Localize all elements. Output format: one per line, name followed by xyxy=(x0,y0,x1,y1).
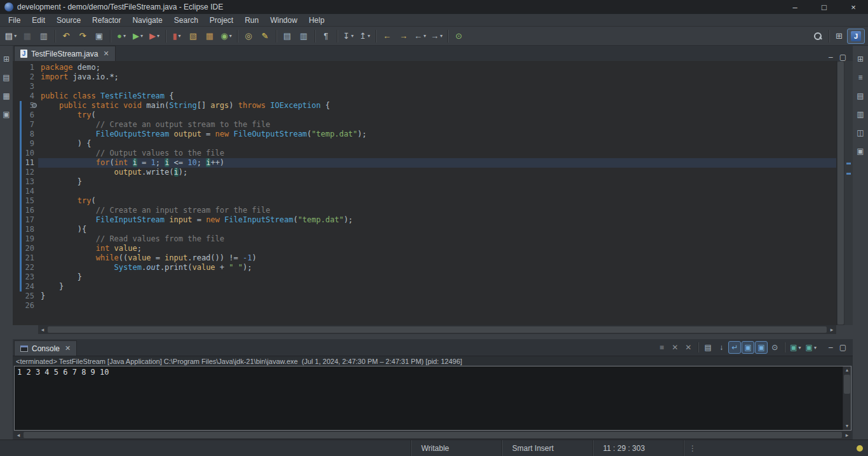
line-number[interactable]: 20 xyxy=(22,244,34,253)
snippets-shortcut[interactable]: ▥ xyxy=(855,109,866,119)
code-area[interactable]: package demo;import java.io.*;public cla… xyxy=(38,61,836,325)
tab-close-icon[interactable]: ✕ xyxy=(103,50,109,58)
pin-console-button[interactable]: ⊙ xyxy=(768,341,781,354)
search-dialog-button[interactable]: ◎ xyxy=(241,29,256,44)
scroll-left-icon[interactable]: ◂ xyxy=(38,326,47,333)
console-vertical-scrollbar[interactable]: ▴ ▾ xyxy=(843,366,851,430)
code-line[interactable]: // Create an output stream to the file xyxy=(41,120,836,130)
code-line[interactable]: ) { xyxy=(41,139,836,149)
line-number[interactable]: 15 xyxy=(22,196,34,206)
line-number[interactable]: 13 xyxy=(22,177,34,187)
undo-button[interactable]: ↶ xyxy=(58,29,74,44)
last-edit-location-button[interactable]: ← xyxy=(379,29,395,44)
scrollbar-thumb[interactable] xyxy=(48,326,827,333)
overview-ruler[interactable] xyxy=(844,61,853,325)
open-perspective-button[interactable]: ⊞ xyxy=(832,29,846,44)
show-on-stdout-button[interactable]: ▣ xyxy=(742,341,754,354)
new-class-button[interactable]: ◉▾ xyxy=(219,29,234,44)
code-line[interactable]: } xyxy=(41,292,836,301)
line-number[interactable]: 10 xyxy=(22,149,34,158)
code-line[interactable]: package demo; xyxy=(41,63,836,72)
line-number[interactable]: 25 xyxy=(22,292,34,301)
code-editor[interactable]: 1234567891011121314151617181920212223242… xyxy=(13,61,853,325)
display-selected-console-button[interactable]: ▣▾ xyxy=(788,341,803,354)
scrollbar-thumb[interactable] xyxy=(837,62,844,325)
menu-item-navigate[interactable]: Navigate xyxy=(126,15,168,26)
code-line[interactable]: public class TestFileStream { xyxy=(41,91,836,101)
menu-item-run[interactable]: Run xyxy=(239,15,264,26)
package-explorer-shortcut[interactable]: ▤ xyxy=(1,72,12,83)
code-line[interactable]: public static void main(String[] args) t… xyxy=(41,101,836,111)
scrollbar-thumb[interactable] xyxy=(844,375,850,394)
redo-button[interactable]: ↷ xyxy=(75,29,90,44)
code-line[interactable]: try( xyxy=(41,196,836,206)
code-line[interactable]: } xyxy=(41,282,836,292)
restore-right-panel-button[interactable]: ⊞ xyxy=(855,53,866,64)
open-console-button[interactable]: ▣ xyxy=(92,29,107,44)
code-line[interactable]: while((value = input.read()) != -1) xyxy=(41,253,836,263)
show-on-stderr-button[interactable]: ▣ xyxy=(755,341,768,354)
code-line[interactable] xyxy=(41,187,836,196)
coverage-button[interactable]: ▮▾ xyxy=(169,29,184,44)
code-line[interactable]: } xyxy=(41,272,836,282)
new-java-project-button[interactable]: ▧ xyxy=(186,29,201,44)
minimize-button[interactable]: – xyxy=(780,0,810,14)
code-line[interactable]: ){ xyxy=(41,225,836,234)
remove-launch-button[interactable]: ✕ xyxy=(668,341,681,354)
problems-shortcut[interactable]: ▣ xyxy=(855,145,866,156)
line-number[interactable]: 18 xyxy=(22,225,34,234)
java-perspective-button[interactable] xyxy=(847,29,865,44)
code-line[interactable] xyxy=(41,301,836,311)
minimize-console-button[interactable]: – xyxy=(829,344,833,351)
menu-item-refactor[interactable]: Refactor xyxy=(86,15,126,26)
code-line[interactable]: } xyxy=(41,177,836,187)
line-number[interactable]: 5 xyxy=(22,101,34,111)
profile-button[interactable]: ▶▾ xyxy=(147,29,162,44)
line-number[interactable]: 19 xyxy=(22,234,34,244)
menu-item-source[interactable]: Source xyxy=(51,15,86,26)
minimize-editor-button[interactable]: – xyxy=(829,53,833,61)
line-number[interactable]: 4 xyxy=(22,91,34,101)
line-number[interactable]: 2 xyxy=(22,72,34,82)
open-console-dropdown-button[interactable]: ▣▾ xyxy=(804,341,818,354)
save-button[interactable]: ▦ xyxy=(20,29,35,44)
menu-item-project[interactable]: Project xyxy=(204,15,239,26)
print-button[interactable]: ▥ xyxy=(36,29,51,44)
console-tab-close-icon[interactable]: ✕ xyxy=(65,344,71,352)
line-number[interactable]: 7 xyxy=(22,120,34,130)
scroll-left-icon[interactable]: ◂ xyxy=(14,432,23,438)
line-number[interactable]: 23 xyxy=(22,272,34,282)
line-number[interactable]: 24 xyxy=(22,282,34,292)
outline-shortcut[interactable]: ≡ xyxy=(855,72,866,83)
code-line[interactable]: // Create an input stream for the file xyxy=(41,206,836,215)
menu-item-window[interactable]: Window xyxy=(264,15,303,26)
scrollbar-thumb[interactable] xyxy=(24,432,842,438)
editor-vertical-scrollbar[interactable] xyxy=(836,61,844,325)
line-number[interactable]: 8 xyxy=(22,130,34,139)
occurrence-marker[interactable] xyxy=(846,173,851,175)
line-number[interactable]: 21 xyxy=(22,253,34,263)
code-line[interactable]: // Output values to the file xyxy=(41,149,836,158)
debug-button[interactable]: ●▾ xyxy=(114,29,129,44)
close-button[interactable]: × xyxy=(839,0,868,14)
line-number[interactable]: 11 xyxy=(22,158,34,168)
line-number[interactable]: 6 xyxy=(22,111,34,120)
line-number[interactable]: 17 xyxy=(22,215,34,225)
code-line[interactable]: import java.io.*; xyxy=(41,72,836,82)
menu-item-edit[interactable]: Edit xyxy=(26,15,51,26)
mark-occurrences-button[interactable]: ✎ xyxy=(257,29,273,44)
occurrence-marker[interactable] xyxy=(846,163,851,164)
scroll-right-icon[interactable]: ▸ xyxy=(843,432,851,438)
code-line[interactable]: try( xyxy=(41,111,836,120)
notification-icon[interactable] xyxy=(857,445,863,452)
scroll-right-icon[interactable]: ▸ xyxy=(827,326,836,333)
generate-javadoc-button[interactable]: ▤ xyxy=(280,29,295,44)
console-output[interactable]: 1 2 3 4 5 6 7 8 9 10 ▴ ▾ xyxy=(14,366,851,431)
junit-shortcut[interactable]: ▣ xyxy=(1,109,12,119)
scroll-down-icon[interactable]: ▾ xyxy=(843,422,851,430)
caret-position-status[interactable]: 11 : 29 : 303 xyxy=(592,440,683,456)
editor-horizontal-scrollbar[interactable]: ◂ ▸ xyxy=(38,325,836,334)
pin-editor-button[interactable]: ⊙ xyxy=(451,29,466,44)
forward-button[interactable]: →▾ xyxy=(429,29,444,44)
word-wrap-button[interactable]: ↵ xyxy=(728,341,741,354)
